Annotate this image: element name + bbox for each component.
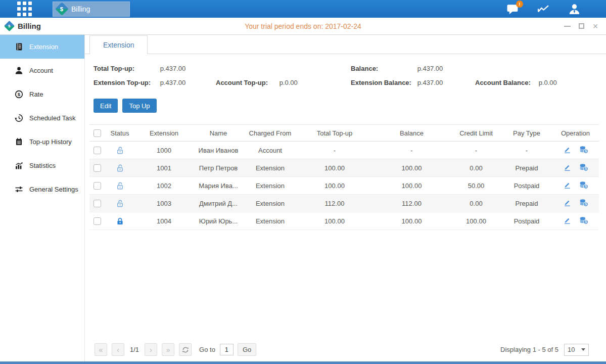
row-edit-button[interactable]: [563, 199, 572, 207]
billing-app-icon: [55, 2, 69, 16]
app-launcher-icon[interactable]: [17, 2, 32, 16]
sidebar-item-label: General Settings: [29, 186, 78, 193]
select-all-checkbox[interactable]: [94, 129, 101, 137]
tab-extension[interactable]: Extension: [89, 35, 148, 54]
cell-total-topup: 112.00: [297, 195, 372, 212]
extensions-table: StatusExtensionNameCharged FromTotal Top…: [89, 124, 599, 230]
row-top-up-button[interactable]: $: [579, 146, 588, 154]
column-header-credit-limit: Credit Limit: [451, 125, 501, 142]
row-checkbox[interactable]: [94, 182, 101, 190]
sidebar-item-rate[interactable]: $Rate: [0, 82, 84, 106]
cell-total-topup: -: [297, 142, 372, 159]
row-edit-button[interactable]: [563, 146, 572, 154]
resource-monitor-icon[interactable]: [537, 4, 550, 15]
window-titlebar: Your trial period ends on: 2017-02-24 Bi…: [0, 18, 606, 35]
topup-history-icon: [15, 138, 23, 146]
close-button[interactable]: [592, 23, 599, 30]
summary-account-balance: Account Balance: p.0.00: [475, 79, 599, 86]
row-top-up-button[interactable]: $: [579, 181, 588, 189]
cell-name: Иван Иванов: [193, 142, 244, 159]
statistics-icon: [15, 161, 23, 170]
column-header-total-top-up: Total Top-up: [297, 125, 372, 142]
row-top-up-button[interactable]: $: [579, 163, 588, 171]
column-header-balance: Balance: [372, 125, 451, 142]
sidebar-item-label: Account: [29, 67, 53, 74]
cell-name: Юрий Юрь...: [193, 212, 244, 230]
row-top-up-button[interactable]: $: [579, 216, 588, 224]
svg-text:$: $: [585, 149, 587, 153]
displaying-text: Displaying 1 - 5 of 5: [500, 346, 558, 353]
billing-window-icon: [4, 21, 15, 31]
rate-icon: $: [15, 90, 23, 99]
extension-icon: [15, 42, 23, 51]
row-top-up-button[interactable]: $: [579, 199, 588, 207]
cell-balance: 112.00: [372, 195, 451, 212]
row-edit-button[interactable]: [563, 181, 572, 189]
svg-text:$: $: [585, 167, 587, 171]
refresh-button[interactable]: [179, 343, 192, 356]
table-row[interactable]: 1000Иван ИвановAccount----$: [89, 142, 599, 159]
cell-balance: 100.00: [372, 212, 451, 230]
sidebar-item-general-settings[interactable]: General Settings: [0, 177, 84, 201]
sidebar-item-account[interactable]: Account: [0, 59, 84, 82]
topbar-tab-label: Billing: [71, 5, 90, 13]
cell-charged-from: Account: [244, 142, 297, 159]
page-size-select[interactable]: 10: [564, 344, 589, 356]
sidebar-item-label: Statistics: [29, 162, 56, 169]
summary-extension-topup: Extension Top-up: p.437.00: [94, 79, 216, 86]
summary-total-topup: Total Top-up: p.437.00: [94, 65, 216, 72]
status-unlocked-icon: [116, 164, 124, 172]
trial-notice: Your trial period ends on: 2017-02-24: [0, 22, 606, 30]
next-page-button[interactable]: [145, 343, 157, 356]
table-row[interactable]: 1001Петр ПетровExtension100.00100.000.00…: [89, 159, 599, 177]
sidebar-item-top-up-history[interactable]: Top-up History: [0, 130, 84, 154]
first-page-button[interactable]: [95, 343, 107, 356]
row-edit-button[interactable]: [563, 216, 572, 224]
scheduled-task-icon: [15, 114, 23, 122]
cell-total-topup: 100.00: [297, 159, 372, 177]
row-edit-button[interactable]: [563, 163, 572, 171]
column-header-extension: Extension: [135, 125, 193, 142]
page-indicator: 1/1: [130, 346, 139, 353]
row-checkbox[interactable]: [94, 164, 101, 172]
row-checkbox[interactable]: [94, 217, 101, 225]
cell-pay-type: Prepaid: [501, 195, 552, 212]
sidebar-item-extension[interactable]: Extension: [0, 35, 84, 59]
row-checkbox[interactable]: [94, 147, 101, 154]
goto-page-input[interactable]: [220, 344, 234, 355]
previous-page-button[interactable]: [112, 343, 124, 356]
cell-charged-from: Extension: [244, 195, 297, 212]
window-title: Billing: [18, 22, 41, 30]
summary-balance: Balance: p.437.00: [351, 65, 475, 72]
edit-button[interactable]: Edit: [94, 99, 118, 113]
table-row[interactable]: 1004Юрий Юрь...Extension100.00100.00100.…: [89, 212, 599, 230]
status-unlocked-icon: [116, 199, 124, 208]
sidebar-item-scheduled-task[interactable]: Scheduled Task: [0, 106, 84, 130]
last-page-button[interactable]: [162, 343, 174, 356]
maximize-button[interactable]: [578, 23, 585, 30]
cell-total-topup: 100.00: [297, 212, 372, 230]
topbar-tab-billing[interactable]: Billing: [53, 2, 130, 17]
svg-text:$: $: [585, 185, 587, 189]
cell-credit-limit: 100.00: [451, 212, 501, 230]
column-header-operation: Operation: [552, 125, 599, 142]
go-button[interactable]: Go: [238, 343, 256, 356]
cell-credit-limit: 0.00: [451, 159, 501, 177]
goto-label: Go to: [199, 346, 215, 353]
sidebar-item-label: Rate: [29, 90, 43, 98]
row-checkbox[interactable]: [94, 200, 101, 207]
table-row[interactable]: 1002Мария Ива...Extension100.00100.0050.…: [89, 177, 599, 195]
sidebar-item-statistics[interactable]: Statistics: [0, 154, 84, 177]
sidebar: ExtensionAccount$RateScheduled TaskTop-u…: [0, 35, 85, 361]
user-account-icon[interactable]: [568, 4, 581, 15]
table-row[interactable]: 1003Дмитрий Д...Extension112.00112.000.0…: [89, 195, 599, 212]
page-size-value: 10: [568, 346, 575, 353]
cell-extension: 1004: [135, 212, 193, 230]
tab-strip: Extension: [85, 35, 606, 54]
cell-extension: 1003: [135, 195, 193, 212]
top-up-button[interactable]: Top Up: [122, 99, 156, 113]
notification-badge: !: [516, 1, 523, 8]
messages-icon[interactable]: !: [506, 4, 519, 15]
sidebar-item-label: Scheduled Task: [29, 114, 76, 122]
minimize-button[interactable]: [564, 23, 571, 30]
